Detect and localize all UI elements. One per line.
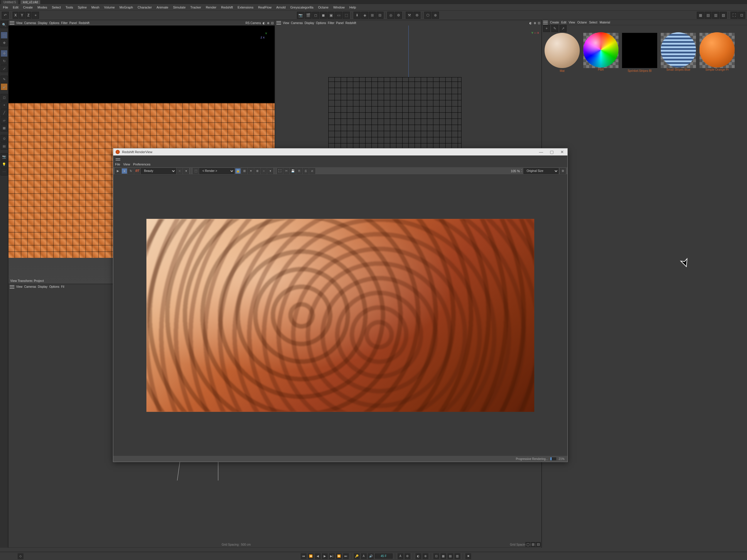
- material-swatch[interactable]: Simple Orange Pr: [698, 33, 736, 73]
- menu-extensions[interactable]: Extensions: [236, 5, 255, 10]
- move-tool-icon[interactable]: ✥: [1, 39, 8, 46]
- vp-filter[interactable]: Fil: [61, 285, 64, 288]
- vp-panel[interactable]: Panel: [70, 21, 77, 25]
- close-icon[interactable]: ✕: [559, 150, 565, 154]
- axis-z-button[interactable]: Z: [26, 12, 31, 19]
- menu-window[interactable]: Window: [332, 5, 346, 10]
- aov-select[interactable]: Beauty: [141, 168, 176, 174]
- expand-icon[interactable]: ⛶: [730, 12, 738, 19]
- axis-y-button[interactable]: Y: [19, 12, 25, 19]
- arrow-icon[interactable]: ↗: [560, 25, 567, 32]
- prev-frame-icon[interactable]: ◀: [315, 553, 321, 559]
- opt4-icon[interactable]: ⊕: [422, 553, 428, 559]
- tool-icon[interactable]: ⚒: [406, 12, 413, 19]
- vp-nav3-icon[interactable]: ⊡: [538, 21, 540, 25]
- menu-volume[interactable]: Volume: [102, 5, 117, 10]
- vp-redshift[interactable]: Redshift: [79, 21, 89, 25]
- mat-view[interactable]: View: [569, 21, 575, 24]
- menu-tracker[interactable]: Tracker: [189, 5, 203, 10]
- play-icon[interactable]: ▶: [322, 553, 328, 559]
- render-window-titlebar[interactable]: Redshift RenderView — ▢ ✕: [113, 149, 567, 156]
- menu-arnold[interactable]: Arnold: [275, 5, 287, 10]
- menu-edit[interactable]: Edit: [11, 5, 20, 10]
- menu-realflow[interactable]: RealFlow: [256, 5, 274, 10]
- current-frame-input[interactable]: [375, 554, 392, 559]
- ipr-icon[interactable]: ●: [122, 168, 127, 174]
- undo-icon[interactable]: ↶: [2, 12, 9, 19]
- copy3-icon[interactable]: ⎚: [309, 168, 315, 174]
- minimize-icon[interactable]: —: [538, 150, 544, 154]
- refresh-icon[interactable]: ↻: [128, 168, 134, 174]
- record-icon[interactable]: ◇: [18, 553, 24, 559]
- hamburger-icon[interactable]: [10, 285, 15, 289]
- rect-icon[interactable]: ⬚: [343, 12, 350, 19]
- render-icon[interactable]: 📷: [297, 12, 304, 19]
- paint-icon[interactable]: 🖌: [1, 83, 8, 90]
- mat-octane[interactable]: Octane: [577, 21, 587, 24]
- opt7-icon[interactable]: ▤: [447, 553, 453, 559]
- camera-icon[interactable]: 📷: [1, 153, 8, 160]
- poly-icon[interactable]: ▱: [1, 117, 8, 124]
- sound-icon[interactable]: 🔊: [368, 553, 374, 559]
- copy2-icon[interactable]: ⎙: [303, 168, 309, 174]
- maximize-icon[interactable]: ▢: [549, 150, 555, 154]
- document-tab[interactable]: Untitled 5: [1, 0, 18, 4]
- vp-filter[interactable]: Filter: [61, 21, 68, 25]
- opt1-icon[interactable]: A: [397, 553, 404, 559]
- material-swatch[interactable]: Small Stripes Blue: [659, 33, 697, 73]
- vp-panel[interactable]: Panel: [336, 21, 344, 25]
- rw-file[interactable]: File: [115, 162, 120, 166]
- vp-cameras[interactable]: Cameras: [24, 21, 36, 25]
- document-tab-active[interactable]: knit_v2.c4d: [21, 0, 40, 4]
- menu-tools[interactable]: Tools: [64, 5, 75, 10]
- vp-nav2-icon[interactable]: ⊕: [534, 21, 536, 25]
- circle-icon[interactable]: ○: [177, 168, 182, 174]
- vp-view[interactable]: View: [283, 21, 289, 25]
- menu-animate[interactable]: Animate: [155, 5, 170, 10]
- menu-redshift[interactable]: Redshift: [219, 5, 234, 10]
- layout-single-icon[interactable]: ▢: [525, 542, 530, 547]
- goto-end-icon[interactable]: ⏭: [343, 553, 349, 559]
- vp-nav1-icon[interactable]: ◐: [529, 21, 532, 25]
- opt2-icon[interactable]: ⚙: [405, 553, 410, 559]
- point-icon[interactable]: ⚬: [1, 102, 8, 109]
- vp-view[interactable]: View: [16, 21, 23, 25]
- gear-icon[interactable]: ⚙: [395, 12, 402, 19]
- rw-preferences[interactable]: Preferences: [133, 162, 150, 166]
- rt-toggle[interactable]: RT: [134, 168, 140, 174]
- vp-view[interactable]: View: [16, 285, 23, 288]
- edge-icon[interactable]: ╱: [1, 109, 8, 116]
- layout3-icon[interactable]: ▥: [712, 12, 719, 19]
- edit-material-icon[interactable]: ✎: [551, 25, 558, 32]
- menu-modes[interactable]: Modes: [36, 5, 49, 10]
- crop-icon[interactable]: ✂: [283, 168, 289, 174]
- layout2-icon[interactable]: ▤: [704, 12, 712, 19]
- grid-icon[interactable]: ⊞: [241, 168, 247, 174]
- snap-icon[interactable]: ⊙: [1, 135, 8, 142]
- hamburger-icon[interactable]: [276, 21, 281, 25]
- opt6-icon[interactable]: ▦: [440, 553, 446, 559]
- menu-mesh[interactable]: Mesh: [90, 5, 101, 10]
- render-select[interactable]: < Render >: [199, 168, 234, 174]
- vp-cameras[interactable]: Cameras: [24, 285, 36, 288]
- gear-icon[interactable]: ⚙: [560, 168, 566, 174]
- light-icon[interactable]: 💡: [1, 161, 8, 168]
- lock-icon[interactable]: 🔒: [235, 168, 241, 174]
- menu-octane[interactable]: Octane: [316, 5, 330, 10]
- snapshot-icon[interactable]: ✦: [248, 168, 254, 174]
- mat-material[interactable]: Material: [600, 21, 610, 24]
- material-swatch[interactable]: Sprinkel.Stripes Bl: [621, 33, 659, 73]
- rw-view[interactable]: View: [123, 162, 130, 166]
- cube2-icon[interactable]: ◼: [320, 12, 327, 19]
- keyframe-icon[interactable]: 🔑: [354, 553, 360, 559]
- vp-display[interactable]: Display: [38, 285, 48, 288]
- grid2-icon[interactable]: ⊟: [377, 12, 384, 19]
- material-swatch[interactable]: Mat: [543, 33, 581, 73]
- cube-icon[interactable]: ◻: [312, 12, 319, 19]
- coord-icon[interactable]: ⌖: [32, 12, 39, 19]
- workplane-icon[interactable]: ▤: [1, 142, 8, 150]
- vp-options[interactable]: Options: [49, 285, 59, 288]
- compare-icon[interactable]: ⊛: [254, 168, 260, 174]
- menu-render[interactable]: Render: [204, 5, 218, 10]
- menu-file[interactable]: File: [1, 5, 10, 10]
